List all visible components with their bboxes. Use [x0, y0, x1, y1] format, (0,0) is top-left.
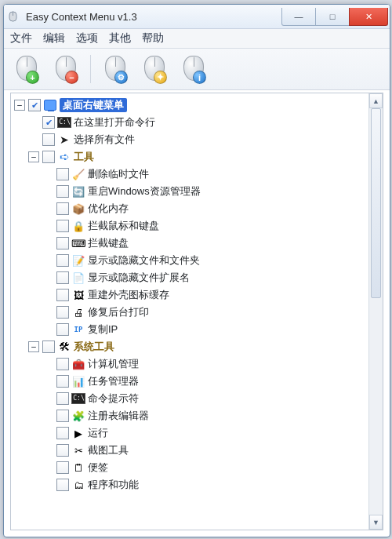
- checkbox[interactable]: [56, 479, 69, 491]
- vertical-scrollbar[interactable]: ▲ ▼: [368, 93, 383, 530]
- checkbox[interactable]: [56, 306, 69, 319]
- checkbox[interactable]: ✔: [28, 99, 41, 111]
- item-icon: 🔒: [72, 220, 85, 232]
- checkbox[interactable]: [56, 168, 69, 180]
- minimize-button[interactable]: —: [281, 8, 316, 26]
- close-button[interactable]: ✕: [349, 8, 388, 26]
- clean-badge-icon: ✦: [154, 71, 167, 84]
- checkbox[interactable]: [56, 427, 69, 439]
- tree-item[interactable]: 🔄重启Windows资源管理器: [14, 183, 368, 200]
- item-icon: ▶: [72, 427, 85, 439]
- node-label: 命令提示符: [88, 392, 139, 406]
- tree-item[interactable]: ⌨拦截键盘: [14, 235, 368, 252]
- checkbox[interactable]: [56, 444, 69, 457]
- toolbar-separator: [90, 55, 91, 83]
- toolbar-settings-button[interactable]: [97, 52, 133, 86]
- item-icon: 🧰: [72, 358, 85, 370]
- tree-item[interactable]: IP复制IP: [14, 321, 368, 338]
- menu-help[interactable]: 帮助: [142, 31, 164, 46]
- toolbar-clean-button[interactable]: ✦: [136, 52, 172, 86]
- tree-item[interactable]: 🖼重建外壳图标缓存: [14, 286, 368, 304]
- tree-panel: − ✔ 桌面右键菜单 ✔ C:\ 在这里打开命令行 ➤ 选择所有文件 −: [10, 93, 383, 530]
- toolbar-remove-button[interactable]: −: [48, 52, 84, 86]
- tree-item[interactable]: 🧩注册表编辑器: [14, 407, 368, 424]
- menu-other[interactable]: 其他: [109, 31, 131, 46]
- tree-node-desktop-context-menu[interactable]: − ✔ 桌面右键菜单: [14, 97, 368, 114]
- tree-node-tools[interactable]: − ➪ 工具: [14, 148, 368, 166]
- plus-badge-icon: +: [26, 71, 39, 84]
- tree-item[interactable]: 🗂程序和功能: [14, 476, 368, 493]
- checkbox[interactable]: [42, 133, 55, 146]
- menu-edit[interactable]: 编辑: [43, 31, 65, 46]
- node-label: 桌面右键菜单: [63, 99, 124, 111]
- tree-item[interactable]: 🧰计算机管理: [14, 355, 368, 373]
- tree-item[interactable]: 📄显示或隐藏文件扩展名: [14, 269, 368, 286]
- expand-toggle[interactable]: −: [28, 151, 39, 162]
- node-label: 重建外壳图标缓存: [88, 288, 169, 302]
- toolbar-info-button[interactable]: i: [176, 52, 212, 86]
- menu-options[interactable]: 选项: [76, 31, 98, 46]
- tree-item[interactable]: 🗒便签: [14, 459, 368, 476]
- tree-item[interactable]: 🧹删除临时文件: [14, 166, 368, 183]
- window-title: Easy Context Menu v1.3: [26, 11, 282, 23]
- tree-item[interactable]: 📦优化内存: [14, 200, 368, 217]
- node-label: 复制IP: [88, 322, 118, 337]
- node-label: 系统工具: [74, 340, 114, 354]
- checkbox[interactable]: [42, 151, 55, 163]
- tree-item[interactable]: ✔ C:\ 在这里打开命令行: [14, 114, 368, 131]
- mouse-icon: ✦: [143, 56, 165, 82]
- mouse-icon: [104, 56, 126, 82]
- checkbox[interactable]: [56, 254, 69, 267]
- expand-toggle[interactable]: −: [28, 341, 39, 352]
- tree-item[interactable]: ➤ 选择所有文件: [14, 131, 368, 148]
- scroll-up-button[interactable]: ▲: [369, 93, 383, 108]
- checkbox[interactable]: [56, 461, 69, 474]
- mouse-icon: +: [16, 56, 38, 82]
- expand-toggle[interactable]: −: [14, 100, 25, 111]
- node-label: 显示或隐藏文件扩展名: [88, 271, 190, 285]
- tree-node-system-tools[interactable]: − 🛠 系统工具: [14, 338, 368, 355]
- tree-item[interactable]: 🔒拦截鼠标和键盘: [14, 217, 368, 235]
- checkbox[interactable]: [56, 410, 69, 422]
- checkbox[interactable]: [56, 220, 69, 232]
- checkbox[interactable]: ✔: [42, 116, 55, 129]
- gear-badge-icon: [114, 71, 128, 84]
- node-label: 拦截鼠标和键盘: [88, 219, 159, 233]
- tree-item[interactable]: C:\命令提示符: [14, 390, 368, 407]
- mouse-icon: i: [183, 56, 205, 82]
- node-label: 注册表编辑器: [88, 409, 149, 423]
- tree-item[interactable]: 📊任务管理器: [14, 373, 368, 390]
- node-label: 在这里打开命令行: [74, 115, 155, 129]
- window-buttons: — □ ✕: [282, 8, 388, 25]
- maximize-button[interactable]: □: [315, 8, 350, 26]
- tree-item[interactable]: ▶运行: [14, 424, 368, 442]
- menu-bar: 文件 编辑 选项 其他 帮助: [4, 29, 390, 49]
- checkbox[interactable]: [56, 289, 69, 301]
- checkbox[interactable]: [56, 237, 69, 249]
- tree-item[interactable]: ✂截图工具: [14, 442, 368, 459]
- checkbox[interactable]: [56, 271, 69, 284]
- node-label: 重启Windows资源管理器: [88, 184, 201, 198]
- tree-item[interactable]: 🖨修复后台打印: [14, 304, 368, 321]
- title-bar[interactable]: Easy Context Menu v1.3 — □ ✕: [4, 5, 390, 29]
- checkbox[interactable]: [42, 341, 55, 353]
- node-label: 工具: [74, 150, 94, 164]
- mouse-icon: −: [55, 56, 77, 82]
- scroll-thumb[interactable]: [371, 108, 381, 298]
- toolbar: + − ✦ i: [4, 49, 390, 90]
- checkbox[interactable]: [56, 185, 69, 198]
- scroll-down-button[interactable]: ▼: [369, 515, 383, 530]
- node-label: 修复后台打印: [88, 305, 149, 319]
- checkbox[interactable]: [56, 375, 69, 388]
- app-icon: [9, 10, 21, 23]
- cmd-icon: C:\: [72, 392, 85, 405]
- cmd-icon: C:\: [58, 116, 71, 129]
- checkbox[interactable]: [56, 392, 69, 405]
- toolbar-add-button[interactable]: +: [9, 52, 45, 86]
- checkbox[interactable]: [56, 358, 69, 370]
- tree-item[interactable]: 📝显示或隐藏文件和文件夹: [14, 252, 368, 269]
- tree[interactable]: − ✔ 桌面右键菜单 ✔ C:\ 在这里打开命令行 ➤ 选择所有文件 −: [11, 93, 369, 530]
- menu-file[interactable]: 文件: [10, 31, 32, 46]
- checkbox[interactable]: [56, 202, 69, 215]
- checkbox[interactable]: [56, 323, 69, 336]
